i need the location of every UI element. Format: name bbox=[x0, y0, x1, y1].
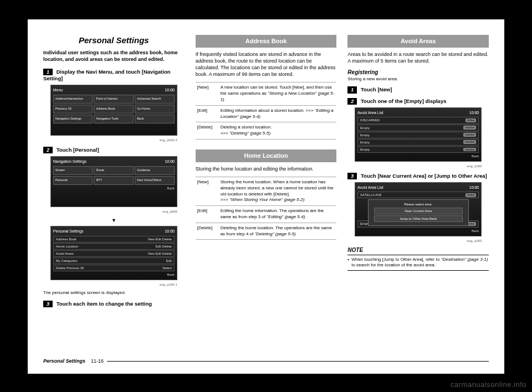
sh2-title: Navigation Settings bbox=[53, 159, 86, 164]
popup: Please select area. Near Current Area Ju… bbox=[368, 199, 469, 226]
list-row[interactable]: EmptyInactive bbox=[357, 139, 479, 146]
def-key: [Edit] bbox=[196, 105, 219, 122]
back-button[interactable]: Back bbox=[53, 272, 175, 277]
menu-item[interactable]: Screen bbox=[53, 166, 93, 175]
caption: eng_a182 bbox=[347, 164, 482, 168]
footer-title: Personal Settings bbox=[43, 358, 85, 364]
step-num-3: 3 bbox=[347, 173, 357, 179]
section-avoid-areas: Avoid Areas bbox=[347, 35, 489, 48]
table-row: [Delete] Deleting the home location. The… bbox=[196, 223, 337, 240]
step-2: 2 Touch [Personal] bbox=[43, 147, 185, 154]
sh1-time: 10:00 bbox=[165, 87, 175, 92]
manual-page: Personal Settings Individual user settin… bbox=[28, 19, 504, 374]
list-row[interactable]: My CategoriesEdit bbox=[53, 257, 175, 264]
sh3-title: Personal Settings bbox=[53, 229, 84, 234]
def-val: A new location can be stored. Touch [New… bbox=[219, 82, 337, 105]
section-home-location: Home Location bbox=[196, 149, 337, 162]
screenshot-avoid-list: Avoid Area List 10:00 DISCARDEDActive Em… bbox=[355, 107, 482, 162]
table-row: [Delete] Deleting a stored location.>>> … bbox=[196, 122, 337, 140]
menu-item[interactable]: Route bbox=[94, 166, 134, 175]
step-3-text: Touch each item to change the setting bbox=[57, 301, 152, 307]
step-2-text: Touch [Personal] bbox=[57, 147, 99, 153]
avoid-step1-text: Touch [New] bbox=[361, 86, 392, 92]
menu-item[interactable]: Personal bbox=[53, 176, 93, 185]
note-heading: NOTE bbox=[347, 246, 489, 255]
back-button[interactable]: Back bbox=[135, 115, 175, 123]
menu-item[interactable]: Guidance bbox=[135, 166, 175, 175]
columns: Personal Settings Individual user settin… bbox=[43, 35, 489, 345]
menu-item[interactable]: Navigation Settings bbox=[53, 115, 93, 123]
screenshot-personal-settings: Personal Settings 10:00 Address BookNew … bbox=[50, 226, 177, 280]
avoid-areas-body: Areas to be avoided in a route search ca… bbox=[347, 51, 489, 64]
step-num-2: 2 bbox=[43, 147, 53, 153]
step-1: 1 Display the Navi Menu, and touch [Navi… bbox=[43, 69, 185, 83]
caption: eng_a606 bbox=[43, 209, 177, 214]
list-row[interactable]: EmptyInactive bbox=[357, 125, 479, 131]
section-address-book: Address Book bbox=[196, 35, 337, 48]
def-key: [New] bbox=[196, 177, 219, 205]
def-key: [New] bbox=[196, 82, 219, 105]
sh-time: 10:00 bbox=[469, 185, 479, 190]
popup-option[interactable]: Near Current Area bbox=[374, 208, 463, 214]
caption: eng_a183 bbox=[347, 239, 482, 243]
sh-title: Avoid Area List bbox=[357, 110, 383, 115]
step-num-1: 1 bbox=[347, 86, 357, 93]
menu-item[interactable]: Address/Intersection bbox=[53, 95, 93, 104]
registering-head: Registering bbox=[347, 69, 489, 76]
list-row[interactable]: Address BookNew Edit Delete bbox=[53, 236, 175, 243]
menu-item[interactable]: Advanced Search bbox=[135, 95, 175, 104]
popup-option[interactable]: Jump to Other Area Back bbox=[374, 215, 463, 222]
sh3-time: 10:00 bbox=[165, 229, 175, 234]
list-row: SATELLA AVEActive bbox=[357, 192, 479, 198]
menu-item[interactable]: Go Home bbox=[135, 105, 175, 114]
def-key: [Delete] bbox=[196, 122, 219, 140]
watermark: carmanualsonline.info bbox=[451, 380, 526, 389]
list-row[interactable]: EmptyInactive bbox=[357, 146, 479, 153]
def-val: Deleting a stored location.>>> "Deleting… bbox=[219, 122, 337, 140]
menu-item[interactable]: Address Book bbox=[94, 105, 134, 114]
note-body: When touching [Jump to Other Area], refe… bbox=[347, 255, 489, 271]
list-row[interactable]: Delete Previous 20Select bbox=[53, 265, 175, 271]
def-key: [Delete] bbox=[196, 223, 219, 240]
def-val: Storing the home location. When a home l… bbox=[219, 177, 337, 205]
home-location-table: [New] Storing the home location. When a … bbox=[196, 177, 337, 240]
address-book-body: If frequently visited locations are stor… bbox=[196, 51, 337, 78]
menu-item[interactable]: Previous 20 bbox=[53, 105, 93, 114]
list-row[interactable]: Home LocationEdit Delete bbox=[53, 243, 175, 250]
screenshot-nav-settings: Navigation Settings 10:00 Screen Route G… bbox=[50, 156, 177, 207]
address-book-table: [New] A new location can be stored. Touc… bbox=[196, 82, 337, 140]
screenshot-note: The personal settings screen is displaye… bbox=[43, 290, 185, 296]
menu-item[interactable]: RTT bbox=[94, 176, 134, 185]
footer-rule bbox=[107, 361, 489, 362]
back-button[interactable]: Back bbox=[357, 229, 479, 233]
sh-title: Avoid Area List bbox=[357, 185, 383, 190]
screenshot-navi-menu: Menu 10:00 Address/Intersection Point of… bbox=[50, 85, 177, 136]
sh-time: 10:00 bbox=[469, 110, 479, 115]
menu-item[interactable]: Point of Interest bbox=[94, 95, 134, 104]
menu-item[interactable]: Navigation Tools bbox=[94, 115, 134, 123]
step-num-1: 1 bbox=[43, 69, 53, 75]
list-row[interactable]: DISCARDEDActive bbox=[357, 117, 479, 123]
table-row: [Edit] Editing the home information. The… bbox=[196, 206, 337, 223]
step-3: 3 Touch each item to change the setting bbox=[43, 301, 185, 308]
table-row: [New] A new location can be stored. Touc… bbox=[196, 82, 337, 105]
sh1-title: Menu bbox=[53, 87, 63, 92]
back-button[interactable]: Back bbox=[53, 186, 175, 190]
avoid-step-2: 2 Touch one of the [Empty] displays bbox=[347, 98, 489, 105]
table-row: [New] Storing the home location. When a … bbox=[196, 177, 337, 205]
table-row: [Edit] Editing information about a store… bbox=[196, 105, 337, 122]
avoid-step2-text: Touch one of the [Empty] displays bbox=[361, 98, 446, 104]
column-3: Avoid Areas Areas to be avoided in a rou… bbox=[347, 35, 489, 345]
popup-head: Please select area. bbox=[404, 203, 432, 206]
back-button[interactable]: Back bbox=[357, 154, 479, 158]
menu-item[interactable]: Navi Voice/Others bbox=[135, 176, 175, 185]
column-1: Personal Settings Individual user settin… bbox=[43, 35, 185, 345]
step-num-2: 2 bbox=[347, 98, 357, 105]
screenshot-avoid-popup: Avoid Area List 10:00 SATELLA AVEActive … bbox=[355, 182, 482, 236]
list-row[interactable]: EmptyInactive bbox=[357, 132, 479, 138]
caption: eng_a502-2 bbox=[43, 138, 177, 142]
page-footer: Personal Settings 11-16 bbox=[43, 358, 489, 364]
home-location-body: Storing the home location and editing th… bbox=[196, 166, 337, 172]
avoid-step3-text: Touch [Near Current Area] or [Jump to Ot… bbox=[361, 173, 487, 179]
list-row[interactable]: Avoid AreasNew Edit Delete bbox=[53, 250, 175, 257]
